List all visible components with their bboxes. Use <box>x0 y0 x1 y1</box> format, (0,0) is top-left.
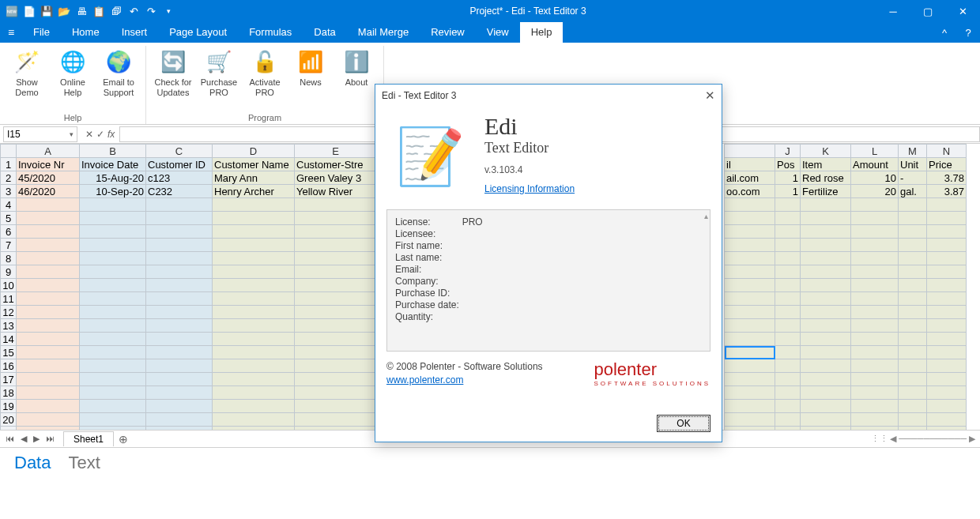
cell-A12[interactable] <box>17 306 80 319</box>
cell-L11[interactable] <box>851 292 899 306</box>
row-header-11[interactable]: 11 <box>1 292 17 306</box>
cell-K12[interactable] <box>801 306 851 319</box>
cell-L4[interactable] <box>851 198 899 212</box>
cell-N13[interactable] <box>927 319 967 333</box>
cell-J19[interactable] <box>775 400 801 413</box>
row-header-16[interactable]: 16 <box>1 359 17 373</box>
cell-B13[interactable] <box>80 319 146 333</box>
cell-E8[interactable] <box>295 252 377 265</box>
cell-M14[interactable] <box>899 333 927 346</box>
cell-il15[interactable] <box>725 346 775 359</box>
cell-B19[interactable] <box>80 400 146 413</box>
cell-A20[interactable] <box>17 413 80 427</box>
cell-E3[interactable]: Yellow River <box>295 185 377 198</box>
cell-E20[interactable] <box>295 413 377 427</box>
cell-C4[interactable] <box>146 198 213 212</box>
cell-M2[interactable]: - <box>899 171 927 185</box>
cell-il13[interactable] <box>725 319 775 333</box>
cell-L6[interactable] <box>851 225 899 239</box>
cell-B17[interactable] <box>80 373 146 386</box>
menu-item-help[interactable]: Help <box>520 22 564 43</box>
cell-E7[interactable] <box>295 239 377 252</box>
cell-M20[interactable] <box>899 413 927 427</box>
cell-A1[interactable]: Invoice Nr <box>17 158 80 171</box>
cell-E9[interactable] <box>295 265 377 279</box>
cell-A6[interactable] <box>17 225 80 239</box>
clip-icon[interactable]: 🗊 <box>109 4 123 18</box>
cell-L17[interactable] <box>851 373 899 386</box>
show-demo-button[interactable]: 🪄Show Demo <box>5 46 49 100</box>
cell-il2[interactable]: ail.com <box>725 171 775 185</box>
col-header-E[interactable]: E <box>295 145 377 158</box>
row-header-5[interactable]: 5 <box>1 212 17 225</box>
ok-button[interactable]: OK <box>657 415 710 432</box>
cell-E14[interactable] <box>295 333 377 346</box>
minimize-icon[interactable]: ─ <box>876 0 910 22</box>
cell-K18[interactable] <box>801 386 851 400</box>
cell-B12[interactable] <box>80 306 146 319</box>
cell-M9[interactable] <box>899 265 927 279</box>
col-header-M[interactable]: M <box>899 145 927 158</box>
cell-D7[interactable] <box>213 239 295 252</box>
cell-L9[interactable] <box>851 265 899 279</box>
row-header-18[interactable]: 18 <box>1 386 17 400</box>
cell-E2[interactable]: Green Valey 3 <box>295 171 377 185</box>
cell-J11[interactable] <box>775 292 801 306</box>
cell-K15[interactable] <box>801 346 851 359</box>
about-button[interactable]: ℹ️About <box>334 46 379 100</box>
cell-K3[interactable]: Fertilize <box>801 185 851 198</box>
cell-L21[interactable] <box>851 427 899 431</box>
dialog-titlebar[interactable]: Edi - Text Editor 3 ✕ <box>375 85 722 107</box>
cell-N2[interactable]: 3.78 <box>927 171 967 185</box>
cell-E1[interactable]: Customer-Stre <box>295 158 377 171</box>
app-menu-icon[interactable]: ≡ <box>0 26 22 39</box>
cell-L3[interactable]: 20 <box>851 185 899 198</box>
cell-L12[interactable] <box>851 306 899 319</box>
row-header-7[interactable]: 7 <box>1 239 17 252</box>
cell-M4[interactable] <box>899 198 927 212</box>
cell-il19[interactable] <box>725 400 775 413</box>
cell-A3[interactable]: 46/2020 <box>17 185 80 198</box>
cell-E21[interactable] <box>295 427 377 431</box>
cell-E4[interactable] <box>295 198 377 212</box>
cell-B10[interactable] <box>80 279 146 292</box>
cell-L10[interactable] <box>851 279 899 292</box>
cell-D6[interactable] <box>213 225 295 239</box>
cell-A21[interactable] <box>17 427 80 431</box>
row-header-19[interactable]: 19 <box>1 400 17 413</box>
cell-D2[interactable]: Mary Ann <box>213 171 295 185</box>
cell-il8[interactable] <box>725 252 775 265</box>
cell-D14[interactable] <box>213 333 295 346</box>
cell-il1[interactable]: il <box>725 158 775 171</box>
cell-N17[interactable] <box>927 373 967 386</box>
cell-B2[interactable]: 15-Aug-20 <box>80 171 146 185</box>
cell-N15[interactable] <box>927 346 967 359</box>
menu-item-mail-merge[interactable]: Mail Merge <box>347 22 420 43</box>
cell-D20[interactable] <box>213 413 295 427</box>
cell-L2[interactable]: 10 <box>851 171 899 185</box>
row-header-10[interactable]: 10 <box>1 279 17 292</box>
cell-B14[interactable] <box>80 333 146 346</box>
cell-J12[interactable] <box>775 306 801 319</box>
help-icon[interactable]: ? <box>956 27 980 39</box>
cell-B9[interactable] <box>80 265 146 279</box>
menu-item-home[interactable]: Home <box>61 22 111 43</box>
cell-K1[interactable]: Item <box>801 158 851 171</box>
cell-K17[interactable] <box>801 373 851 386</box>
cell-D4[interactable] <box>213 198 295 212</box>
cell-N21[interactable] <box>927 427 967 431</box>
cell-C12[interactable] <box>146 306 213 319</box>
row-header-8[interactable]: 8 <box>1 252 17 265</box>
news-button[interactable]: 📶News <box>288 46 333 100</box>
paste-icon[interactable]: 📋 <box>92 4 106 18</box>
cell-J17[interactable] <box>775 373 801 386</box>
row-header-1[interactable]: 1 <box>1 158 17 171</box>
cell-K19[interactable] <box>801 400 851 413</box>
activate-pro-button[interactable]: 🔓ActivatePRO <box>243 46 287 100</box>
cell-C17[interactable] <box>146 373 213 386</box>
cell-A11[interactable] <box>17 292 80 306</box>
cell-B21[interactable] <box>80 427 146 431</box>
check-updates-button[interactable]: 🔄Check forUpdates <box>151 46 195 100</box>
cell-J13[interactable] <box>775 319 801 333</box>
cell-il4[interactable] <box>725 198 775 212</box>
